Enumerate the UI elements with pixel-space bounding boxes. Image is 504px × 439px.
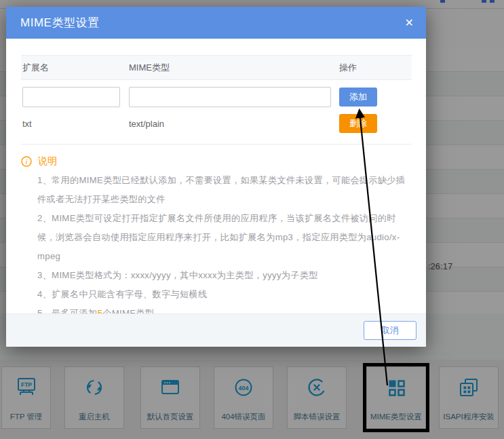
column-header-extension: 扩展名: [21, 62, 128, 74]
delete-button[interactable]: 删除: [339, 114, 377, 133]
mime-type-input[interactable]: [129, 87, 331, 107]
mime-settings-dialog: MIME类型设置 ✕ 扩展名 MIME类型 操作 添加 txt text/pla…: [6, 7, 426, 347]
notes-list: 1、常用的MIME类型已经默认添加，不需要设置，如果某类文件未设置，可能会提示缺…: [21, 171, 412, 323]
svg-text:i: i: [26, 158, 28, 166]
extension-input[interactable]: [22, 87, 120, 107]
note-item-2: 2、MIME类型可设定打开指定扩展名文件所使用的应用程序，当该扩展名文件被访问的…: [37, 209, 407, 266]
mime-table-row: txt text/plain 删除: [21, 114, 412, 133]
close-icon[interactable]: ✕: [405, 18, 414, 28]
notes-title-row: i 说明: [21, 155, 412, 168]
mime-table-header: 扩展名 MIME类型 操作: [21, 55, 412, 80]
add-button[interactable]: 添加: [339, 88, 377, 107]
dialog-footer: 取消: [6, 313, 426, 347]
notes-title: 说明: [38, 155, 57, 168]
mime-type-cell: text/plain: [128, 119, 338, 129]
screen: :26:17 FTP FTP 管理 重启主机: [0, 0, 504, 439]
notes-section: i 说明 1、常用的MIME类型已经默认添加，不需要设置，如果某类文件未设置，可…: [21, 155, 412, 323]
cancel-button[interactable]: 取消: [364, 321, 416, 340]
dialog-header: MIME类型设置 ✕: [6, 7, 426, 39]
section-divider: [21, 144, 412, 145]
column-header-action: 操作: [338, 62, 412, 74]
dialog-body: 扩展名 MIME类型 操作 添加 txt text/plain 删除 i: [6, 39, 426, 323]
note-item-3: 3、MIME类型格式为：xxxx/yyyy，其中xxxx为主类型，yyyy为子类…: [37, 266, 407, 285]
column-header-mime-type: MIME类型: [128, 62, 338, 74]
extension-cell: txt: [21, 119, 128, 129]
dialog-title: MIME类型设置: [20, 15, 99, 31]
info-icon: i: [21, 156, 32, 167]
note-item-4: 4、扩展名中只能含有字母、数字与短横线: [37, 285, 407, 304]
mime-add-row: 添加: [21, 87, 412, 107]
note-item-1: 1、常用的MIME类型已经默认添加，不需要设置，如果某类文件未设置，可能会提示缺…: [37, 171, 407, 209]
